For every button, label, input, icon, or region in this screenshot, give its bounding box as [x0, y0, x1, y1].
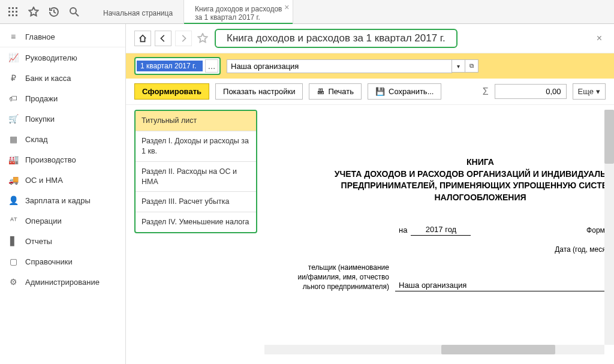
- document: к Приказу Ми Ро КНИГА УЧЕТА ДОХОДОВ И РА…: [264, 110, 614, 359]
- save-icon: 💾: [375, 87, 385, 96]
- section-item[interactable]: Раздел III. Расчет убытка: [136, 192, 256, 212]
- tab-home[interactable]: Начальная страница: [92, 0, 184, 24]
- period-field-wrap: …: [134, 57, 221, 75]
- button-label: Сохранить...: [389, 87, 434, 96]
- home-button[interactable]: [134, 31, 151, 46]
- section-label: Раздел II. Расходы на ОС и НМА: [142, 167, 237, 186]
- history-icon[interactable]: [46, 4, 62, 20]
- doc-row-date: Дата (год, месяц, число): [275, 244, 614, 255]
- doc-text: КНИГА: [324, 157, 614, 169]
- sidebar-item-reports[interactable]: ▋Отчеты: [0, 231, 125, 251]
- org-field: ▾ ⧉: [227, 59, 478, 73]
- sidebar-item-label: Справочники: [25, 257, 73, 266]
- show-settings-button[interactable]: Показать настройки: [215, 83, 303, 100]
- scrollbar-thumb[interactable]: [604, 110, 614, 164]
- scrollbar-thumb[interactable]: [441, 345, 555, 354]
- search-icon[interactable]: [66, 4, 83, 20]
- doc-label: тельщик (наименование ии/фамилия, имя, о…: [275, 263, 395, 291]
- factory-icon: 🏭: [7, 154, 19, 166]
- section-label: Раздел IV. Уменьшение налога: [142, 218, 249, 226]
- svg-rect-0: [8, 7, 10, 9]
- warehouse-icon: ▦: [7, 133, 19, 145]
- print-button[interactable]: 🖶Печать: [309, 83, 362, 100]
- doc-text: на: [395, 225, 411, 236]
- gear-icon: ⚙: [7, 276, 19, 288]
- doc-text: к Приказу Ми: [275, 122, 614, 130]
- svg-rect-3: [8, 11, 10, 13]
- sidebar-item-label: Зарплата и кадры: [25, 196, 91, 205]
- sidebar: ≡Главное 📈Руководителю ₽Банк и касса 🏷Пр…: [0, 24, 126, 364]
- org-open-button[interactable]: ⧉: [465, 59, 478, 73]
- action-bar: Сформировать Показать настройки 🖶Печать …: [126, 79, 614, 105]
- svg-rect-4: [12, 11, 14, 13]
- sidebar-item-directories[interactable]: ▢Справочники: [0, 251, 125, 272]
- tab-label: Книга доходов и расходов: [195, 5, 282, 13]
- top-bar: Начальная страница Книга доходов и расхо…: [0, 0, 614, 24]
- button-label: Сформировать: [142, 87, 201, 96]
- operations-icon: ᴬᵀ: [7, 215, 19, 227]
- org-dropdown-button[interactable]: ▾: [452, 59, 465, 73]
- sidebar-item-purchases[interactable]: 🛒Покупки: [0, 109, 125, 129]
- section-item[interactable]: Титульный лист: [136, 111, 256, 131]
- section-item[interactable]: Раздел I. Доходы и расходы за 1 кв.: [136, 131, 256, 162]
- back-button[interactable]: [155, 31, 171, 46]
- doc-row-payer: тельщик (наименование ии/фамилия, имя, о…: [275, 263, 614, 291]
- section-item[interactable]: Раздел II. Расходы на ОС и НМА: [136, 162, 256, 192]
- sidebar-item-hr[interactable]: 👤Зарплата и кадры: [0, 190, 125, 210]
- sidebar-item-sales[interactable]: 🏷Продажи: [0, 88, 125, 109]
- doc-text: Ро: [275, 130, 614, 139]
- favorite-icon[interactable]: [195, 31, 210, 46]
- sidebar-item-main[interactable]: ≡Главное: [0, 26, 125, 47]
- sidebar-item-manager[interactable]: 📈Руководителю: [0, 47, 125, 68]
- close-button[interactable]: ×: [593, 33, 606, 44]
- svg-rect-5: [16, 11, 17, 13]
- org-input[interactable]: [227, 59, 452, 73]
- sidebar-item-label: Главное: [25, 32, 55, 41]
- ruble-icon: ₽: [7, 72, 19, 84]
- forward-button[interactable]: [175, 31, 192, 46]
- button-label: Еще: [578, 87, 594, 96]
- sidebar-item-warehouse[interactable]: ▦Склад: [0, 129, 125, 149]
- star-icon[interactable]: [25, 4, 42, 20]
- svg-rect-8: [16, 14, 17, 16]
- doc-text: УЧЕТА ДОХОДОВ И РАСХОДОВ ОРГАНИЗАЦИЙ И И…: [324, 169, 614, 204]
- sum-input[interactable]: [495, 84, 567, 99]
- form-button[interactable]: Сформировать: [134, 83, 209, 100]
- tag-icon: 🏷: [7, 92, 19, 104]
- apps-icon[interactable]: [5, 4, 22, 20]
- section-label: Раздел I. Доходы и расходы за 1 кв.: [142, 137, 249, 155]
- save-button[interactable]: 💾Сохранить...: [368, 83, 441, 100]
- menu-icon: ≡: [7, 31, 19, 43]
- document-scroll[interactable]: к Приказу Ми Ро КНИГА УЧЕТА ДОХОДОВ И РА…: [264, 110, 614, 359]
- sidebar-item-admin[interactable]: ⚙Администрирование: [0, 272, 125, 292]
- svg-rect-2: [16, 7, 17, 9]
- more-button[interactable]: Еще▾: [573, 83, 606, 100]
- book-icon: ▢: [7, 255, 19, 267]
- period-input[interactable]: [137, 61, 203, 71]
- doc-row-okpo: по ОКПО: [275, 300, 614, 311]
- horizontal-scrollbar[interactable]: [264, 345, 604, 354]
- period-picker-button[interactable]: …: [205, 59, 218, 73]
- title-row: Книга доходов и расходов за 1 квартал 20…: [126, 24, 614, 53]
- svg-rect-6: [8, 14, 10, 16]
- close-icon[interactable]: ×: [284, 2, 289, 12]
- button-label: Показать настройки: [223, 87, 295, 96]
- sidebar-item-operations[interactable]: ᴬᵀОперации: [0, 210, 125, 231]
- sidebar-item-assets[interactable]: 🚚ОС и НМА: [0, 170, 125, 190]
- svg-rect-1: [12, 7, 14, 9]
- tab-book[interactable]: Книга доходов и расходов за 1 квартал 20…: [184, 0, 293, 24]
- sidebar-item-label: Покупки: [25, 115, 55, 124]
- sidebar-item-label: ОС и НМА: [25, 176, 63, 185]
- section-label: Раздел III. Расчет убытка: [142, 197, 229, 206]
- doc-text: ии/фамилия, имя, отчество: [275, 273, 389, 282]
- doc-top-right: к Приказу Ми Ро: [275, 122, 614, 139]
- sigma-icon: Σ: [483, 86, 489, 97]
- vertical-scrollbar[interactable]: [604, 110, 614, 345]
- sidebar-item-production[interactable]: 🏭Производство: [0, 149, 125, 170]
- section-item[interactable]: Раздел IV. Уменьшение налога: [136, 212, 256, 232]
- tab-sublabel: за 1 квартал 2017 г.: [195, 13, 282, 22]
- params-bar: … ▾ ⧉: [126, 53, 614, 79]
- truck-icon: 🚚: [7, 174, 19, 186]
- sidebar-item-label: Администрирование: [25, 278, 100, 287]
- sidebar-item-bank[interactable]: ₽Банк и касса: [0, 68, 125, 88]
